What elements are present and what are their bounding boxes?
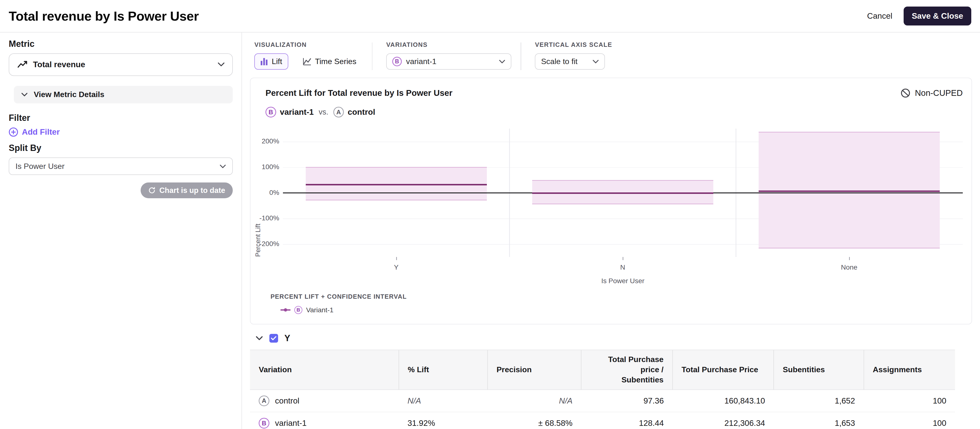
metric-trend-icon xyxy=(17,59,28,70)
x-axis-tick xyxy=(396,257,397,260)
variation-name: variant-1 xyxy=(275,419,307,428)
cell-total: 212,306.34 xyxy=(673,412,774,429)
no-symbol-icon xyxy=(900,88,910,98)
variant-name: variant-1 xyxy=(280,107,314,117)
column-header: Total Purchase price / Subentities xyxy=(581,350,672,390)
chevron-down-icon xyxy=(218,62,224,67)
plus-circle-icon xyxy=(9,128,18,137)
table-row[interactable]: AcontrolN/AN/A97.36160,843.101,652100 xyxy=(250,390,955,412)
split-by-select[interactable]: Is Power User xyxy=(9,158,233,175)
column-header: Total Purchase Price xyxy=(673,350,774,390)
x-axis-tick xyxy=(849,257,850,260)
cell-value_ratio: 97.36 xyxy=(581,390,672,412)
section-header-y: Y xyxy=(256,333,980,343)
metric-select-value: Total revenue xyxy=(33,60,85,69)
chevron-down-icon xyxy=(499,60,505,63)
column-header: % Lift xyxy=(399,350,488,390)
visualization-group: VISUALIZATION Lift Time Seri xyxy=(250,41,363,70)
line-chart-icon xyxy=(303,58,311,65)
vertical-axis-scale-label: VERTICAL AXIS SCALE xyxy=(535,41,612,48)
axis-scale-value: Scale to fit xyxy=(541,57,578,66)
chart-status-button[interactable]: Chart is up to date xyxy=(141,182,233,198)
y-axis-tick-label: 200% xyxy=(257,137,279,145)
variation-badge: B xyxy=(259,418,269,429)
time-series-toggle-button[interactable]: Time Series xyxy=(297,53,363,70)
variant-b-badge: B xyxy=(266,107,276,118)
add-filter-label: Add Filter xyxy=(22,128,60,137)
bar-chart-icon xyxy=(260,58,268,65)
variations-select[interactable]: B variant-1 xyxy=(386,53,511,70)
add-filter-button[interactable]: Add Filter xyxy=(9,128,233,137)
axis-scale-select[interactable]: Scale to fit xyxy=(535,53,605,70)
visualization-label: VISUALIZATION xyxy=(255,41,363,48)
section-checkbox[interactable] xyxy=(269,334,278,343)
lift-center-line xyxy=(306,184,487,185)
table-row[interactable]: Bvariant-131.92%± 68.58%128.44212,306.34… xyxy=(250,412,955,429)
chevron-down-icon[interactable] xyxy=(256,336,263,341)
cell-lift: N/A xyxy=(399,390,488,412)
control-a-badge: A xyxy=(333,107,344,118)
non-cuped-badge[interactable]: Non-CUPED xyxy=(900,88,963,98)
cancel-button[interactable]: Cancel xyxy=(867,11,892,21)
axis-scale-group: VERTICAL AXIS SCALE Scale to fit xyxy=(530,41,612,70)
split-by-label: Split By xyxy=(9,143,233,153)
lift-center-line xyxy=(759,190,940,192)
results-table: Variation% LiftPrecisionTotal Purchase p… xyxy=(250,350,955,429)
y-axis-tick-label: -100% xyxy=(257,214,279,222)
cell-precision: N/A xyxy=(488,390,581,412)
cell-subentities: 1,652 xyxy=(774,390,864,412)
comparison-row: B variant-1 vs. A control xyxy=(266,107,963,118)
app-root: Total revenue by Is Power User Cancel Sa… xyxy=(0,0,980,429)
cell-assignments: 100 xyxy=(864,390,955,412)
split-by-value: Is Power User xyxy=(16,162,65,171)
variant-b-badge: B xyxy=(392,57,402,66)
x-axis-label: Is Power User xyxy=(283,277,963,285)
cell-value_ratio: 128.44 xyxy=(581,412,672,429)
sidebar: Metric Total revenue View Metric Details… xyxy=(0,32,242,429)
confidence-interval-bar xyxy=(759,132,940,249)
view-metric-details-toggle[interactable]: View Metric Details xyxy=(14,86,233,104)
lift-toggle-label: Lift xyxy=(272,57,282,66)
chevron-down-icon xyxy=(21,93,28,96)
control-name: control xyxy=(348,107,375,117)
y-axis-tick-label: 0% xyxy=(257,188,279,196)
save-close-button[interactable]: Save & Close xyxy=(904,6,971,25)
cell-precision: ± 68.58% xyxy=(488,412,581,429)
lift-center-line xyxy=(532,192,713,194)
x-axis-tick-label: Y xyxy=(368,263,424,271)
legend-item-variant-1[interactable]: B Variant-1 xyxy=(280,306,963,314)
legend-heading: PERCENT LIFT + CONFIDENCE INTERVAL xyxy=(270,293,963,300)
page-body: Metric Total revenue View Metric Details… xyxy=(0,32,980,429)
table-header-row: Variation% LiftPrecisionTotal Purchase p… xyxy=(250,350,955,390)
y-axis-tick-label: 100% xyxy=(257,163,279,171)
section-label: Y xyxy=(285,333,290,343)
x-axis-tick-label: N xyxy=(595,263,651,271)
non-cuped-label: Non-CUPED xyxy=(915,88,963,98)
lift-toggle-button[interactable]: Lift xyxy=(255,53,288,70)
time-series-toggle-label: Time Series xyxy=(315,57,356,66)
chart-controls: VISUALIZATION Lift Time Seri xyxy=(250,41,980,70)
column-header: Assignments xyxy=(864,350,955,390)
chevron-down-icon xyxy=(593,60,599,63)
plot-region: Percent Lift Is Power User 200%100%0%-10… xyxy=(283,129,963,257)
vs-label: vs. xyxy=(319,108,329,116)
main-panel: VISUALIZATION Lift Time Seri xyxy=(242,32,980,429)
divider xyxy=(372,43,373,70)
chevron-down-icon xyxy=(220,164,226,168)
x-axis-tick xyxy=(623,257,624,260)
view-metric-details-label: View Metric Details xyxy=(34,90,104,99)
x-axis-tick-label: None xyxy=(821,263,877,271)
chart-title: Percent Lift for Total revenue by Is Pow… xyxy=(266,88,452,98)
cell-total: 160,843.10 xyxy=(673,390,774,412)
filter-label: Filter xyxy=(9,113,233,123)
column-header: Subentities xyxy=(774,350,864,390)
variation-badge: A xyxy=(259,396,269,406)
page-title: Total revenue by Is Power User xyxy=(9,8,199,24)
chart-status-row: Chart is up to date xyxy=(9,182,233,198)
y-axis-tick-label: -200% xyxy=(257,240,279,248)
divider xyxy=(520,43,521,70)
metric-select[interactable]: Total revenue xyxy=(9,53,233,76)
topbar-actions: Cancel Save & Close xyxy=(867,6,971,25)
variant-b-badge: B xyxy=(294,306,302,314)
topbar: Total revenue by Is Power User Cancel Sa… xyxy=(0,0,980,32)
